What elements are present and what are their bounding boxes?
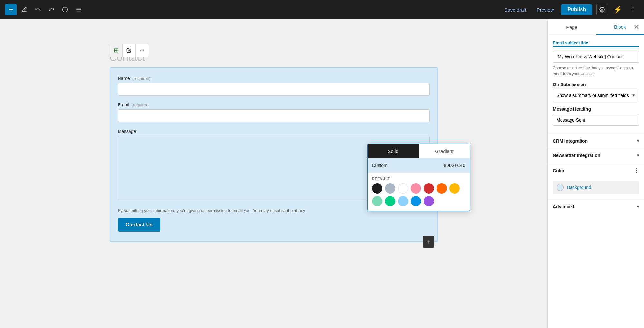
on-submission-select[interactable]: Show a summary of submitted fields bbox=[553, 90, 639, 101]
svg-point-6 bbox=[601, 9, 603, 11]
editor-area: ⊞ ⋯ Contact Name (required) bbox=[0, 19, 547, 328]
swatch-yellow[interactable] bbox=[449, 183, 460, 194]
advanced-chevron-icon: ▾ bbox=[637, 204, 639, 209]
email-field: Email (required) bbox=[118, 102, 430, 122]
panel-close-button[interactable]: ✕ bbox=[631, 22, 641, 32]
block-toolbar: ⊞ ⋯ bbox=[110, 44, 149, 57]
color-header-right: ⋮ bbox=[634, 167, 639, 174]
page-title: Contact bbox=[110, 45, 438, 64]
swatch-pink-light[interactable] bbox=[411, 183, 421, 194]
on-submission-label: On Submission bbox=[553, 82, 639, 87]
main-area: ⊞ ⋯ Contact Name (required) bbox=[0, 19, 644, 328]
info-button[interactable] bbox=[59, 4, 71, 15]
edit-block-button[interactable] bbox=[123, 44, 136, 57]
crm-integration-header[interactable]: CRM Integration ▾ bbox=[548, 134, 644, 148]
save-draft-button[interactable]: Save draft bbox=[501, 5, 529, 15]
message-heading-section: Message Heading bbox=[553, 106, 639, 128]
publish-button[interactable]: Publish bbox=[561, 4, 592, 15]
topbar: + Save draft Preview Publish ⚡ ⋮ bbox=[0, 0, 644, 19]
add-block-button[interactable]: + bbox=[5, 4, 17, 15]
block-more-button[interactable]: ⋯ bbox=[136, 44, 149, 57]
solid-tab[interactable]: Solid bbox=[368, 144, 419, 158]
newsletter-integration-header[interactable]: Newsletter Integration ▾ bbox=[548, 148, 644, 163]
color-section: Color ⋮ Background bbox=[548, 163, 644, 199]
advanced-header[interactable]: Advanced ▾ bbox=[548, 200, 644, 214]
on-submission-wrapper: Show a summary of submitted fields ▼ bbox=[553, 90, 639, 101]
advanced-label: Advanced bbox=[553, 204, 574, 209]
undo-button[interactable] bbox=[32, 4, 44, 15]
swatch-purple[interactable] bbox=[424, 196, 434, 206]
message-heading-label: Message Heading bbox=[553, 106, 639, 112]
color-custom-row: Custom 8DD2FC40 bbox=[368, 158, 470, 173]
gradient-tab[interactable]: Gradient bbox=[419, 144, 470, 158]
pen-icon-button[interactable] bbox=[19, 4, 30, 15]
swatch-orange[interactable] bbox=[437, 183, 447, 194]
crm-integration-label: CRM Integration bbox=[553, 138, 588, 144]
background-color-button[interactable]: Background bbox=[553, 181, 639, 194]
info-icon bbox=[62, 7, 68, 13]
tab-page[interactable]: Page bbox=[548, 19, 596, 35]
color-picker-popup: Solid Gradient Custom 8DD2FC40 DEFAULT bbox=[367, 144, 470, 211]
color-custom-label: Custom bbox=[372, 163, 388, 168]
message-label: Message bbox=[118, 129, 430, 134]
swatch-black[interactable] bbox=[372, 183, 382, 194]
message-heading-input[interactable] bbox=[553, 114, 639, 126]
color-header[interactable]: Color ⋮ bbox=[548, 163, 644, 178]
newsletter-integration-label: Newsletter Integration bbox=[553, 153, 600, 158]
on-submission-section: On Submission Show a summary of submitte… bbox=[553, 82, 639, 101]
swatch-blue-light[interactable] bbox=[398, 196, 408, 206]
list-icon bbox=[76, 7, 82, 13]
email-subject-title: Email subject line bbox=[553, 40, 639, 47]
list-view-button[interactable] bbox=[73, 4, 84, 15]
newsletter-integration-section: Newsletter Integration ▾ bbox=[548, 148, 644, 163]
color-custom-value: 8DD2FC40 bbox=[444, 163, 465, 168]
form-block-toolbar-icon[interactable]: ⊞ bbox=[110, 44, 123, 57]
contact-submit-button[interactable]: Contact Us bbox=[118, 218, 160, 232]
bolt-button[interactable]: ⚡ bbox=[612, 4, 623, 15]
color-defaults-label: DEFAULT bbox=[368, 173, 470, 183]
ellipsis-icon: ⋯ bbox=[139, 47, 145, 54]
email-subject-input[interactable] bbox=[553, 51, 639, 63]
settings-button[interactable] bbox=[596, 4, 608, 15]
grid-icon: ⊞ bbox=[114, 47, 119, 54]
swatch-green[interactable] bbox=[385, 196, 395, 206]
background-color-swatch bbox=[557, 184, 564, 191]
add-block-inside-button[interactable]: + bbox=[423, 236, 434, 248]
swatch-white[interactable] bbox=[398, 183, 408, 194]
pen-icon bbox=[22, 7, 27, 13]
name-field: Name (required) bbox=[118, 76, 430, 96]
gear-icon bbox=[599, 7, 605, 13]
color-section-body: Background bbox=[548, 178, 644, 199]
color-swatches bbox=[368, 183, 470, 211]
panel-tabs: Page Block ✕ bbox=[548, 19, 644, 35]
email-subject-section: Email subject line Choose a subject line… bbox=[553, 40, 639, 77]
color-label: Color bbox=[553, 168, 565, 173]
email-hint: Choose a subject line that you recognize… bbox=[553, 65, 639, 77]
newsletter-chevron-icon: ▾ bbox=[637, 153, 639, 158]
name-input[interactable] bbox=[118, 83, 430, 96]
background-label: Background bbox=[567, 185, 591, 190]
editor-content: ⊞ ⋯ Contact Name (required) bbox=[103, 19, 445, 328]
right-panel: Page Block ✕ Email subject line Choose a… bbox=[547, 19, 644, 328]
color-picker-tabs: Solid Gradient bbox=[368, 144, 470, 158]
swatch-green-light[interactable] bbox=[372, 196, 382, 206]
topbar-right: Save draft Preview Publish ⚡ ⋮ bbox=[501, 4, 639, 15]
email-input[interactable] bbox=[118, 109, 430, 122]
email-label: Email (required) bbox=[118, 102, 430, 107]
redo-icon bbox=[49, 7, 54, 13]
undo-icon bbox=[35, 7, 41, 13]
name-label: Name (required) bbox=[118, 76, 430, 81]
preview-button[interactable]: Preview bbox=[533, 5, 557, 15]
advanced-section: Advanced ▾ bbox=[548, 199, 644, 214]
more-options-button[interactable]: ⋮ bbox=[627, 4, 639, 15]
pencil-icon bbox=[126, 48, 131, 53]
redo-button[interactable] bbox=[46, 4, 57, 15]
swatch-blue[interactable] bbox=[411, 196, 421, 206]
topbar-left: + bbox=[5, 4, 84, 15]
color-more-icon[interactable]: ⋮ bbox=[634, 167, 639, 174]
crm-integration-section: CRM Integration ▾ bbox=[548, 134, 644, 148]
crm-chevron-icon: ▾ bbox=[637, 139, 639, 143]
swatch-gray[interactable] bbox=[385, 183, 395, 194]
swatch-red[interactable] bbox=[424, 183, 434, 194]
panel-body: Email subject line Choose a subject line… bbox=[548, 35, 644, 134]
